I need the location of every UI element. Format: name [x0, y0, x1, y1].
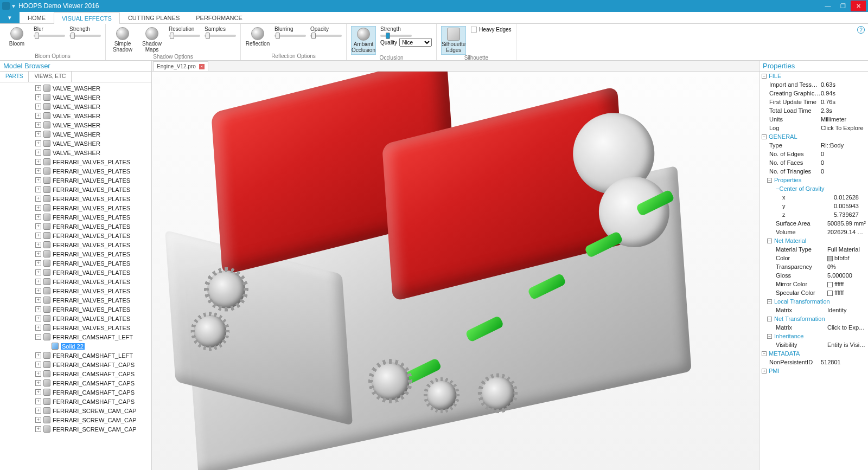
expand-icon[interactable]: +	[35, 177, 41, 183]
tree-item[interactable]: +FERRARI_CAMSHAFT_CAPS	[27, 397, 151, 406]
expand-icon[interactable]: +	[35, 251, 41, 257]
property-subsection[interactable]: −Net Material	[760, 236, 868, 245]
close-tab-icon[interactable]: ×	[199, 64, 205, 69]
property-subsection[interactable]: −Inheritance	[760, 332, 868, 340]
expand-icon[interactable]: +	[35, 205, 41, 211]
tab-visual-effects[interactable]: VISUAL EFFECTS	[54, 12, 120, 24]
simple-shadow-button[interactable]: Simple Shadow	[110, 26, 135, 54]
expand-icon[interactable]: +	[35, 196, 41, 202]
expand-icon[interactable]: +	[35, 233, 41, 239]
tree-item[interactable]: +FERRARI_VALVES_PLATES	[27, 268, 151, 277]
property-section[interactable]: −FILE	[760, 72, 868, 80]
tree-item[interactable]: −FERRARI_CAMSHAFT_LEFT	[27, 332, 151, 342]
3d-viewport[interactable]	[152, 72, 759, 470]
expand-icon[interactable]: −	[35, 334, 41, 340]
expand-icon[interactable]: +	[35, 352, 41, 358]
tree-item[interactable]: +FERRARI_VALVES_PLATES	[27, 194, 151, 203]
expand-icon[interactable]: +	[35, 269, 41, 275]
tree-item[interactable]: +FERRARI_VALVES_PLATES	[27, 286, 151, 295]
maximize-button[interactable]: ❐	[835, 1, 851, 11]
tree-item[interactable]: +FERRARI_VALVES_PLATES	[27, 314, 151, 323]
expand-icon[interactable]: +	[35, 380, 41, 386]
expand-icon[interactable]: +	[35, 398, 41, 404]
property-subsection[interactable]: −Net Transformation	[760, 314, 868, 323]
tree-item[interactable]: +FERRARI_VALVES_PLATES	[27, 213, 151, 222]
expand-icon[interactable]: +	[35, 140, 41, 146]
properties-list[interactable]: −FILEImport and Tessella...0.63sCreating…	[760, 72, 868, 470]
tree-item[interactable]: +VALVE_WASHER	[27, 139, 151, 148]
silhouette-edges-button[interactable]: Silhouette Edges	[441, 26, 466, 55]
expand-icon[interactable]: +	[35, 306, 41, 312]
tree-item[interactable]: +FERRARI_VALVES_PLATES	[27, 222, 151, 231]
model-tree[interactable]: +VALVE_WASHER+VALVE_WASHER+VALVE_WASHER+…	[0, 82, 151, 470]
property-section[interactable]: −METADATA	[760, 349, 868, 358]
expand-icon[interactable]: +	[35, 288, 41, 294]
tree-item[interactable]: +FERRARI_SCREW_CAM_CAP	[27, 406, 151, 415]
tree-item[interactable]: +FERRARI_VALVES_PLATES	[27, 166, 151, 176]
expand-icon[interactable]: +	[35, 186, 41, 192]
file-tab[interactable]: ▾	[0, 11, 20, 23]
reflection-button[interactable]: Reflection	[245, 26, 270, 48]
occlusion-quality-select[interactable]: Nice	[399, 38, 432, 47]
tree-item[interactable]: +FERRARI_CAMSHAFT_CAPS	[27, 388, 151, 397]
reflection-opacity-slider[interactable]	[310, 35, 342, 37]
expand-icon[interactable]: +	[35, 371, 41, 377]
tree-item[interactable]: Solid 22	[27, 342, 151, 351]
expand-icon[interactable]: +	[35, 214, 41, 220]
expand-icon[interactable]: +	[35, 316, 41, 321]
tree-item[interactable]: +FERRARI_CAMSHAFT_CAPS	[27, 378, 151, 388]
tree-item[interactable]: +FERRARI_VALVES_PLATES	[27, 176, 151, 185]
browser-tab-parts[interactable]: PARTS	[0, 72, 29, 82]
tab-performance[interactable]: PERFORMANCE	[188, 12, 251, 23]
tree-item[interactable]: +FERRARI_SCREW_CAM_CAP	[27, 415, 151, 424]
tree-item[interactable]: +FERRARI_CAMSHAFT_CAPS	[27, 369, 151, 378]
expand-icon[interactable]: +	[35, 223, 41, 229]
expand-icon[interactable]: +	[35, 389, 41, 395]
expand-icon[interactable]: +	[35, 85, 41, 91]
ambient-occlusion-button[interactable]: Ambient Occlusion	[351, 26, 376, 55]
shadow-maps-button[interactable]: Shadow Maps	[139, 26, 164, 54]
help-icon[interactable]: ?	[857, 26, 865, 34]
expand-icon[interactable]: +	[35, 159, 41, 165]
expand-icon[interactable]: +	[35, 279, 41, 285]
property-section[interactable]: +PMI	[760, 366, 868, 375]
expand-icon[interactable]: +	[35, 325, 41, 331]
expand-icon[interactable]: +	[35, 408, 41, 414]
expand-icon[interactable]: +	[35, 122, 41, 128]
tree-item[interactable]: +FERRARI_VALVES_PLATES	[27, 157, 151, 166]
bloom-blur-slider[interactable]	[34, 35, 65, 37]
occlusion-strength-slider[interactable]	[380, 35, 412, 37]
expand-icon[interactable]: +	[35, 104, 41, 110]
expand-icon[interactable]: +	[35, 150, 41, 156]
tree-item[interactable]: +FERRARI_VALVES_PLATES	[27, 231, 151, 240]
property-subsection[interactable]: −Properties	[760, 176, 868, 184]
shadow-resolution-slider[interactable]	[169, 35, 200, 37]
tab-cutting-planes[interactable]: CUTTING PLANES	[120, 12, 188, 23]
tree-item[interactable]: +VALVE_WASHER	[27, 120, 151, 130]
bloom-button[interactable]: Bloom	[4, 26, 29, 48]
property-subsection[interactable]: −Local Transformation	[760, 297, 868, 306]
tree-item[interactable]: +VALVE_WASHER	[27, 102, 151, 111]
expand-icon[interactable]: +	[35, 417, 41, 423]
minimize-button[interactable]: —	[820, 1, 835, 11]
tab-home[interactable]: HOME	[20, 12, 54, 23]
bloom-strength-slider[interactable]	[69, 35, 101, 37]
property-subsection[interactable]: −Center of Gravity	[760, 184, 868, 193]
tree-item[interactable]: +FERRARI_VALVES_PLATES	[27, 203, 151, 213]
expand-icon[interactable]: +	[35, 113, 41, 119]
expand-icon[interactable]: +	[35, 94, 41, 100]
tree-item[interactable]: +FERRARI_VALVES_PLATES	[27, 240, 151, 249]
tree-item[interactable]: +VALVE_WASHER	[27, 148, 151, 157]
shadow-samples-slider[interactable]	[205, 35, 236, 37]
tree-item[interactable]: +VALVE_WASHER	[27, 130, 151, 139]
tree-item[interactable]: +FERRARI_CAMSHAFT_LEFT	[27, 351, 151, 360]
expand-icon[interactable]: +	[35, 168, 41, 174]
browser-tab-views[interactable]: VIEWS, ETC	[29, 72, 72, 82]
property-section[interactable]: −GENERAL	[760, 132, 868, 141]
expand-icon[interactable]: +	[35, 426, 41, 432]
document-tab[interactable]: Engine_V12.pro ×	[153, 61, 208, 71]
tree-item[interactable]: +VALVE_WASHER	[27, 93, 151, 102]
tree-item[interactable]: +FERRARI_VALVES_PLATES	[27, 323, 151, 332]
reflection-blurring-slider[interactable]	[275, 35, 306, 37]
tree-item[interactable]: +FERRARI_VALVES_PLATES	[27, 295, 151, 305]
